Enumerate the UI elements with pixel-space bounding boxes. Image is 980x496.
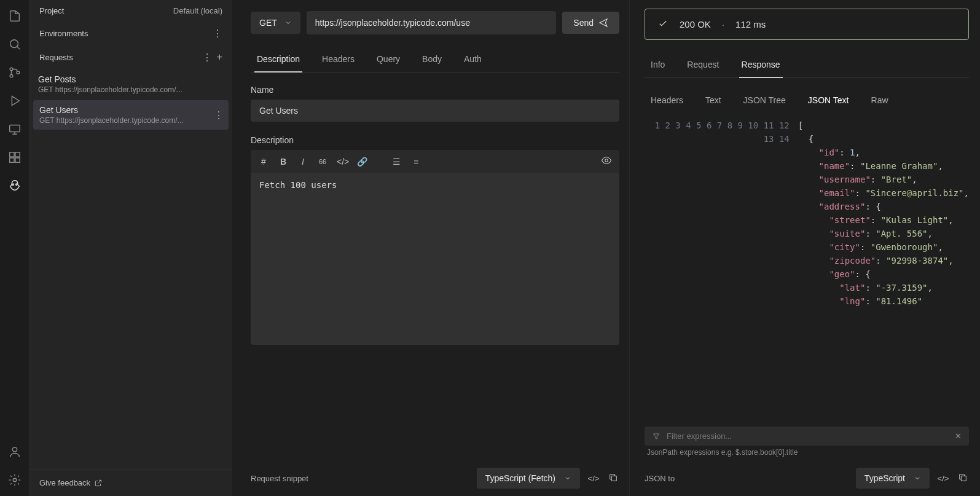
send-button[interactable]: Send: [562, 12, 619, 34]
project-row[interactable]: Project Default (local): [29, 0, 232, 22]
env-more-icon[interactable]: ⋮: [213, 28, 222, 39]
request-pane: GET Send Description Headers Query Body …: [232, 0, 630, 496]
tab-response[interactable]: Response: [739, 55, 783, 78]
response-tabs: Info Request Response: [645, 55, 969, 78]
editor-toolbar: # B I 66 </> 🔗 ☰ ≡: [251, 150, 619, 173]
response-time: 112 ms: [735, 19, 766, 30]
svg-point-13: [605, 159, 608, 162]
requests-header: Requests ⋮ +: [29, 45, 232, 69]
request-item[interactable]: Get Users GET https://jsonplaceholder.ty…: [33, 100, 229, 130]
tab-info[interactable]: Info: [648, 55, 667, 77]
filter-input[interactable]: [667, 431, 949, 441]
svg-rect-5: [9, 152, 14, 157]
copy-icon[interactable]: [957, 473, 969, 484]
debug-icon[interactable]: [2, 89, 27, 113]
tab-auth[interactable]: Auth: [461, 49, 484, 72]
search-icon[interactable]: [2, 32, 27, 57]
quote-icon[interactable]: 66: [317, 158, 328, 165]
svg-rect-8: [15, 158, 19, 162]
environments-label: Environments: [39, 29, 88, 38]
filter-hint: JsonPath expressions e.g. $.store.book[0…: [647, 448, 969, 457]
tab-body[interactable]: Body: [420, 49, 444, 72]
requests-more-icon[interactable]: ⋮: [202, 52, 212, 63]
account-icon[interactable]: [2, 439, 27, 464]
link-icon[interactable]: 🔗: [356, 157, 367, 167]
svg-rect-6: [15, 152, 19, 157]
snippet-label: Request snippet: [251, 474, 308, 483]
external-link-icon: [94, 479, 103, 487]
method-value: GET: [259, 18, 277, 28]
request-item-sub: GET https://jsonplaceholder.typicode.com…: [39, 116, 222, 125]
filter-expression-input[interactable]: ✕: [645, 427, 969, 446]
main: GET Send Description Headers Query Body …: [232, 0, 980, 496]
url-input[interactable]: [307, 11, 557, 34]
settings-icon[interactable]: [2, 468, 27, 492]
send-label: Send: [573, 18, 594, 28]
environments-row: Environments ⋮: [29, 22, 232, 45]
heading-icon[interactable]: #: [258, 157, 269, 167]
check-icon: [657, 18, 668, 31]
send-icon: [598, 18, 608, 28]
subtab-jsontext[interactable]: JSON Text: [806, 90, 852, 110]
feedback-label: Give feedback: [39, 478, 90, 487]
list-icon[interactable]: ☰: [391, 157, 402, 167]
italic-icon[interactable]: I: [297, 157, 308, 167]
clear-icon[interactable]: ✕: [955, 431, 962, 441]
method-select[interactable]: GET: [251, 12, 300, 34]
request-item[interactable]: Get Posts GET https://jsonplaceholder.ty…: [29, 69, 232, 99]
give-feedback-link[interactable]: Give feedback: [29, 469, 232, 496]
chevron-down-icon: [914, 474, 921, 482]
chevron-down-icon: [564, 474, 571, 482]
source-control-icon[interactable]: [2, 60, 27, 85]
description-editor[interactable]: Fetch 100 users: [251, 173, 619, 345]
svg-rect-15: [961, 476, 966, 481]
svg-point-11: [12, 447, 17, 452]
name-label: Name: [251, 85, 619, 95]
requests-label: Requests: [39, 53, 73, 62]
svg-point-1: [10, 68, 13, 71]
json-to-select[interactable]: TypeScript: [856, 468, 930, 489]
svg-point-3: [17, 71, 20, 74]
json-viewer[interactable]: 1 2 3 4 5 6 7 8 9 10 11 12 13 14 [ { "id…: [645, 119, 969, 422]
bold-icon[interactable]: B: [278, 157, 289, 167]
files-icon[interactable]: [2, 4, 27, 28]
subtab-headers[interactable]: Headers: [648, 90, 686, 110]
request-item-title: Get Users: [39, 105, 222, 115]
subtab-raw[interactable]: Raw: [869, 90, 891, 110]
filter-icon: [652, 432, 661, 441]
app-icon[interactable]: [2, 173, 27, 198]
remote-icon[interactable]: [2, 117, 27, 141]
code-view-icon[interactable]: </>: [587, 474, 600, 483]
separator: ·: [722, 19, 724, 30]
ordered-list-icon[interactable]: ≡: [410, 157, 421, 167]
code-icon[interactable]: </>: [337, 157, 348, 167]
copy-icon[interactable]: [607, 473, 619, 484]
response-pane: 200 OK · 112 ms Info Request Response He…: [630, 0, 980, 496]
subtab-text[interactable]: Text: [703, 90, 724, 110]
svg-point-9: [12, 184, 14, 185]
status-code: 200 OK: [680, 19, 711, 30]
project-label: Project: [39, 6, 64, 15]
add-request-icon[interactable]: +: [217, 52, 222, 63]
description-label: Description: [251, 135, 619, 145]
chevron-down-icon: [284, 19, 292, 26]
svg-point-2: [10, 74, 13, 77]
activity-bar: [0, 0, 29, 496]
tab-description[interactable]: Description: [254, 49, 302, 73]
json-to-value: TypeScript: [864, 473, 905, 483]
snippet-lang-select[interactable]: TypeScript (Fetch): [477, 468, 580, 489]
subtab-jsontree[interactable]: JSON Tree: [741, 90, 788, 110]
tab-query[interactable]: Query: [374, 49, 402, 72]
name-input[interactable]: [251, 100, 619, 122]
extensions-icon[interactable]: [2, 145, 27, 170]
code-view-icon[interactable]: </>: [937, 474, 949, 483]
tab-req[interactable]: Request: [684, 55, 721, 77]
request-item-more-icon[interactable]: ⋮: [214, 109, 224, 121]
svg-rect-4: [9, 125, 20, 132]
preview-icon[interactable]: [601, 155, 612, 168]
tab-headers[interactable]: Headers: [319, 49, 357, 72]
json-to-label: JSON to: [645, 474, 675, 483]
request-item-sub: GET https://jsonplaceholder.typicode.com…: [38, 85, 224, 94]
svg-rect-14: [611, 476, 616, 481]
svg-rect-7: [9, 158, 14, 162]
